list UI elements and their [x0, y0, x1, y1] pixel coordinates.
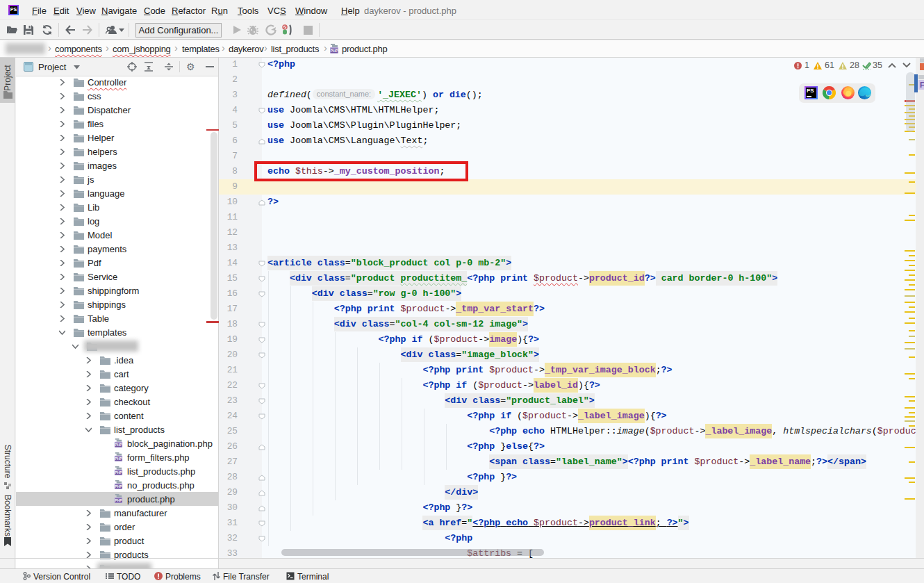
svg-text:PHP: PHP: [115, 484, 122, 488]
svg-text:PHP: PHP: [115, 443, 122, 447]
svg-text:PHP: PHP: [115, 457, 122, 461]
svg-text:PHP: PHP: [115, 470, 122, 475]
svg-text:PHP: PHP: [330, 49, 338, 53]
svg-text:PHP: PHP: [115, 498, 122, 502]
